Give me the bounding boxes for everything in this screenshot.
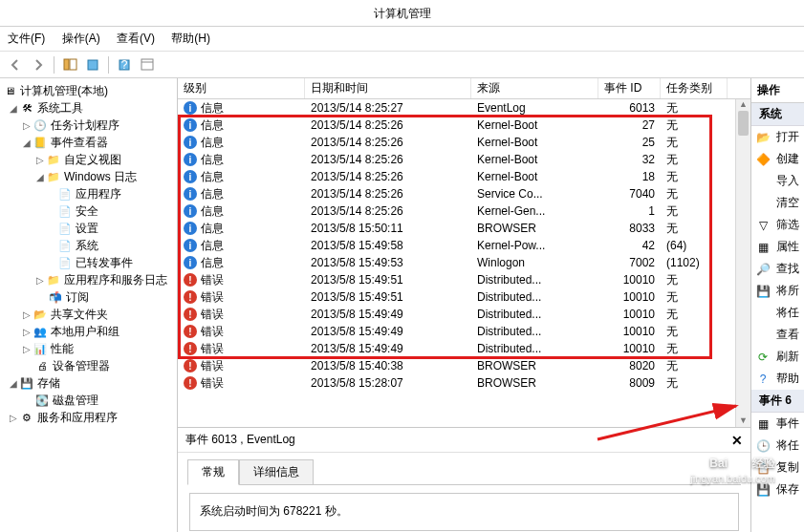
action-evprops[interactable]: ▦事件 [751,413,804,435]
folder-icon: 📁 [46,170,61,183]
window-title: 计算机管理 [0,0,804,27]
table-row[interactable]: i信息2013/5/8 15:50:11BROWSER8033无 [178,220,750,237]
action-help[interactable]: ?帮助 [751,368,804,390]
action-filter[interactable]: ▽筛选 [751,214,804,236]
svg-text:?: ? [121,58,128,72]
forward-button[interactable] [29,55,48,74]
attach-icon: 🕒 [755,439,771,453]
tree-diskmgr[interactable]: 磁盘管理 [53,393,98,409]
action-save[interactable]: 💾保存 [751,479,804,500]
event-icon: 📒 [33,136,48,149]
info-icon: i [184,101,197,115]
table-row[interactable]: !错误2013/5/8 15:49:51Distributed...10010无 [178,271,750,288]
menu-view[interactable]: 查看(V) [117,32,155,45]
table-row[interactable]: i信息2013/5/14 8:25:26Kernel-Gen...1无 [178,202,750,220]
info-icon: i [184,239,197,252]
table-row[interactable]: i信息2013/5/14 8:25:26Kernel-Boot18无 [178,168,750,185]
table-row[interactable]: !错误2013/5/8 15:49:49Distributed...10010无 [178,340,750,357]
event-grid[interactable]: i信息2013/5/14 8:25:27EventLog6013无i信息2013… [178,99,750,392]
save-icon: 💾 [755,483,771,497]
action-clear[interactable]: 清空 [751,192,804,214]
tree-log-app[interactable]: 应用程序 [76,186,121,202]
tree-winlogs[interactable]: Windows 日志 [64,169,137,185]
svg-rect-5 [141,59,153,70]
detail-title: 事件 6013 , EventLog [185,432,295,448]
menu-file[interactable]: 文件(F) [8,32,45,45]
tree-subs[interactable]: 订阅 [66,289,89,306]
error-icon: ! [184,273,197,287]
menu-help[interactable]: 帮助(H) [171,32,210,45]
col-source: 来源 [471,78,598,98]
table-row[interactable]: !错误2013/5/8 15:49:49Distributed...10010无 [178,306,750,323]
table-row[interactable]: !错误2013/5/8 15:40:38BROWSER8020无 [178,357,750,374]
table-row[interactable]: i信息2013/5/14 8:25:27EventLog6013无 [178,99,750,117]
tree-log-system[interactable]: 系统 [76,238,98,254]
tab-general[interactable]: 常规 [187,459,239,485]
table-row[interactable]: !错误2013/5/8 15:49:51Distributed...10010无 [178,288,750,306]
filter-icon: ▽ [755,219,771,232]
tree-log-forwarded[interactable]: 已转发事件 [76,255,133,271]
actions-group-system: 系统 [751,103,804,126]
perf-icon: 📊 [33,342,48,355]
action-attach[interactable]: 将任 [751,302,804,324]
action-copy[interactable]: 📋复制 [751,457,804,479]
back-button[interactable] [6,55,25,74]
table-row[interactable]: i信息2013/5/14 8:25:26Kernel-Boot32无 [178,151,750,168]
info-icon: i [184,256,197,269]
tree-devmgr[interactable]: 设备管理器 [53,358,110,374]
properties-icon[interactable] [83,55,102,74]
computer-icon: 🖥 [2,84,17,97]
view-icon[interactable] [138,55,157,74]
tree-log-security[interactable]: 安全 [76,203,98,220]
tree-storage[interactable]: 存储 [37,375,60,392]
table-row[interactable]: i信息2013/5/14 8:25:26Kernel-Boot25无 [178,134,750,151]
tree-systools[interactable]: 系统工具 [37,100,83,117]
table-row[interactable]: i信息2013/5/14 8:25:26Service Co...7040无 [178,185,750,202]
tree-scheduler[interactable]: 任务计划程序 [51,117,120,134]
column-headers[interactable]: 级别 日期和时间 来源 事件 ID 任务类别 [178,78,750,99]
table-row[interactable]: i信息2013/5/8 15:49:58Kernel-Pow...42(64) [178,237,750,254]
event-description: 系统启动时间为 678221 秒。 [189,493,739,531]
info-icon: i [184,136,197,149]
action-view[interactable]: 查看 [751,324,804,346]
action-import[interactable]: 导入 [751,170,804,192]
table-row[interactable]: i信息2013/5/14 8:25:26Kernel-Boot27无 [178,117,750,134]
tree-eventviewer[interactable]: 事件查看器 [51,135,108,151]
table-row[interactable]: !错误2013/5/8 15:49:49Distributed...10010无 [178,323,750,340]
menubar: 文件(F) 操作(A) 查看(V) 帮助(H) [0,27,804,52]
disk-icon: 💽 [34,394,50,407]
action-saveas[interactable]: 💾将所 [751,280,804,302]
table-row[interactable]: i信息2013/5/8 15:49:53Winlogon7002(1102) [178,254,750,271]
services-icon: ⚙ [19,411,34,424]
tree-customviews[interactable]: 自定义视图 [64,152,121,168]
log-icon: 📄 [57,239,73,252]
help-icon[interactable]: ? [115,55,134,74]
tree-appsvc[interactable]: 应用程序和服务日志 [64,272,167,288]
info-icon: i [184,204,197,218]
action-open[interactable]: 📂打开 [751,126,804,148]
tree-shared[interactable]: 共享文件夹 [51,307,108,323]
scrollbar[interactable]: ▲ ▼ [735,99,750,427]
tree-root[interactable]: 计算机管理(本地) [20,83,108,99]
folder-icon: 📁 [46,153,61,166]
action-refresh[interactable]: ⟳刷新 [751,346,804,368]
close-detail-icon[interactable]: ✕ [731,433,743,448]
actions-header: 操作 [751,78,804,103]
tree-services[interactable]: 服务和应用程序 [37,410,118,426]
tree-users[interactable]: 本地用户和组 [51,324,120,340]
tree-perf[interactable]: 性能 [51,341,74,357]
menu-action[interactable]: 操作(A) [62,32,100,45]
props-icon: ▦ [755,417,771,431]
action-attach2[interactable]: 🕒将任 [751,435,804,457]
tree-log-setup[interactable]: 设置 [76,221,98,237]
svg-rect-2 [88,60,98,70]
table-row[interactable]: !错误2013/5/8 15:28:07BROWSER8009无 [178,374,750,392]
devmgr-icon: 🖨 [34,359,50,372]
action-find[interactable]: 🔎查找 [751,258,804,280]
action-props[interactable]: ▦属性 [751,236,804,258]
nav-tree[interactable]: 🖥计算机管理(本地) ◢🛠系统工具 ▷🕒任务计划程序 ◢📒事件查看器 ▷📁自定义… [0,78,178,532]
folder-open-icon: 📂 [755,131,771,144]
tab-detail[interactable]: 详细信息 [239,459,314,485]
show-hide-tree-icon[interactable] [60,55,79,74]
action-create[interactable]: 🔶创建 [751,148,804,170]
